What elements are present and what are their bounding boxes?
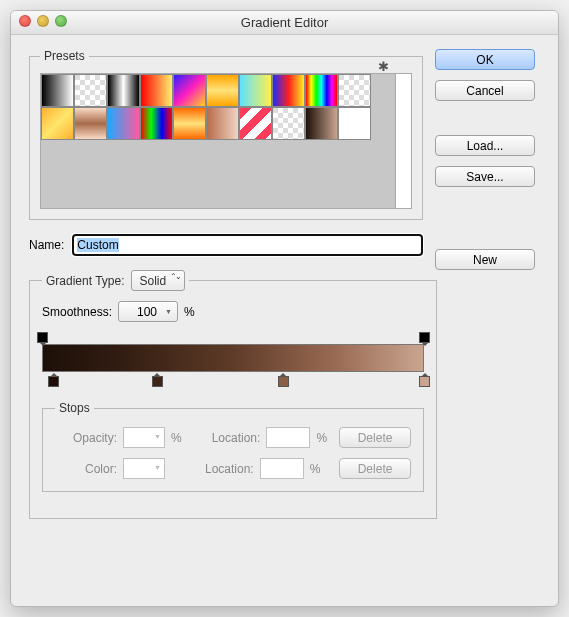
ok-button[interactable]: OK [435, 49, 535, 70]
opacity-location-label: Location: [212, 431, 261, 445]
preset-swatch[interactable] [305, 107, 338, 140]
color-location-input [260, 458, 304, 479]
preset-swatch[interactable] [107, 74, 140, 107]
color-location-label: Location: [205, 462, 254, 476]
smoothness-suffix: % [184, 305, 195, 319]
gradient-type-fieldset: Gradient Type: Solid Smoothness: 100 % S… [29, 270, 437, 519]
name-input[interactable] [72, 234, 423, 256]
opacity-stop[interactable] [37, 332, 48, 343]
color-stops-track[interactable] [42, 375, 424, 387]
preset-swatch[interactable] [173, 107, 206, 140]
preset-swatch[interactable] [338, 74, 371, 107]
load-button[interactable]: Load... [435, 135, 535, 156]
preset-swatch[interactable] [74, 74, 107, 107]
color-stop[interactable] [278, 376, 289, 387]
preset-swatch[interactable] [239, 74, 272, 107]
titlebar: Gradient Editor [11, 11, 558, 35]
preset-swatch[interactable] [41, 74, 74, 107]
name-label: Name: [29, 238, 64, 252]
smoothness-input[interactable]: 100 [118, 301, 178, 322]
presets-fieldset: Presets ✱ [29, 49, 423, 220]
save-button[interactable]: Save... [435, 166, 535, 187]
traffic-lights [19, 15, 67, 27]
zoom-icon[interactable] [55, 15, 67, 27]
new-button[interactable]: New [435, 249, 535, 270]
window-title: Gradient Editor [241, 15, 328, 30]
color-stop[interactable] [152, 376, 163, 387]
opacity-location-input [266, 427, 310, 448]
preset-swatch[interactable] [305, 74, 338, 107]
preset-swatch[interactable] [140, 74, 173, 107]
preset-swatch[interactable] [74, 107, 107, 140]
preset-swatch[interactable] [107, 107, 140, 140]
close-icon[interactable] [19, 15, 31, 27]
preset-swatch[interactable] [206, 107, 239, 140]
gear-icon[interactable]: ✱ [378, 59, 389, 74]
presets-grid [40, 73, 396, 209]
presets-legend: Presets [40, 49, 89, 63]
cancel-button[interactable]: Cancel [435, 80, 535, 101]
gradient-editor-window: Gradient Editor Presets ✱ Name: [10, 10, 559, 607]
preset-swatch[interactable] [272, 74, 305, 107]
preset-swatch[interactable] [239, 107, 272, 140]
minimize-icon[interactable] [37, 15, 49, 27]
color-stop[interactable] [48, 376, 59, 387]
preset-swatch[interactable] [206, 74, 239, 107]
preset-swatch[interactable] [338, 107, 371, 140]
opacity-label: Opacity: [55, 431, 117, 445]
stops-legend: Stops [55, 401, 94, 415]
color-input [123, 458, 165, 479]
color-delete-button: Delete [339, 458, 411, 479]
opacity-input [123, 427, 165, 448]
opacity-stop[interactable] [419, 332, 430, 343]
color-stop[interactable] [419, 376, 430, 387]
preset-swatch[interactable] [173, 74, 206, 107]
preset-swatch[interactable] [140, 107, 173, 140]
stops-fieldset: Stops Opacity: % Location: % Delete Colo… [42, 401, 424, 492]
gradient-type-select[interactable]: Solid [131, 270, 186, 291]
presets-scrollbar[interactable] [396, 73, 412, 209]
gradient-bar[interactable] [42, 344, 424, 372]
preset-swatch[interactable] [41, 107, 74, 140]
preset-swatch[interactable] [272, 107, 305, 140]
opacity-stops-track[interactable] [42, 332, 424, 344]
color-label: Color: [55, 462, 117, 476]
smoothness-label: Smoothness: [42, 305, 112, 319]
gradient-type-label: Gradient Type: [46, 274, 125, 288]
opacity-delete-button: Delete [339, 427, 411, 448]
